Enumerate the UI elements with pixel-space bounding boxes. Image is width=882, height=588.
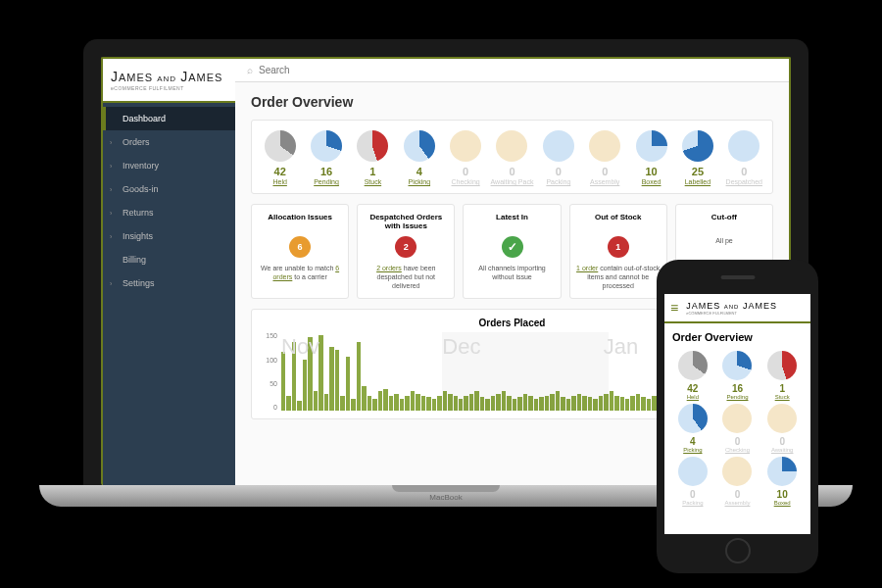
stat-value: 0 [490,166,534,177]
nav-label: Inventory [122,161,159,171]
chart-yaxis: 150100500 [260,332,279,411]
stat-label: Packing [536,178,580,185]
count-badge: 6 [289,236,311,258]
stat-label: Boxed [629,178,673,185]
stat-label: Pending [304,178,348,185]
stat-value: 0 [761,436,803,447]
pie-icon [636,130,667,162]
brand-logo[interactable]: JAMES AND JAMES eCOMMERCE FULFILMENT [103,59,235,103]
nav-item-goods-in[interactable]: ›Goods-in [103,177,235,201]
stat-value: 0 [672,489,713,500]
pie-icon [496,130,527,162]
stat-value: 0 [722,166,766,177]
stat-despatched[interactable]: 0Despatched [722,130,766,185]
nav-item-billing[interactable]: Billing [103,248,235,271]
pie-icon [404,130,435,162]
stat-label: Assembly [583,178,627,185]
check-icon [502,236,523,258]
month-label: Dec [442,332,609,411]
stat-value: 0 [717,489,759,500]
stat-value: 42 [672,383,713,394]
pie-icon [678,404,708,433]
card-allocation-issues: Allocation Issues6We are unable to match… [251,204,349,299]
nav-item-inventory[interactable]: ›Inventory [103,154,235,177]
stat-value: 0 [536,166,580,177]
mobile-stat-awaiting[interactable]: 0Awaiting [761,404,803,453]
nav-item-orders[interactable]: ›Orders [103,130,235,154]
stat-picking[interactable]: 4Picking [397,130,441,185]
card-link[interactable]: 2 orders [376,265,402,271]
stat-label: Pending [717,394,759,400]
yaxis-tick: 50 [260,380,277,387]
mobile-stat-boxed[interactable]: 10Boxed [761,457,803,506]
mobile-header: ≡ JAMES AND JAMES eCOMMERCE FULFILMENT [664,294,810,323]
search-input[interactable] [259,65,777,75]
yaxis-tick: 0 [260,404,277,411]
mobile-stat-assembly[interactable]: 0Assembly [717,457,759,506]
card-title: Cut-off [682,213,766,230]
stat-label: Despatched [722,178,766,185]
nav-item-returns[interactable]: ›Returns [103,201,235,224]
mobile-stat-held[interactable]: 42Held [672,351,713,400]
stat-awaiting-pack[interactable]: 0Awaiting Pack [490,130,534,185]
stat-checking[interactable]: 0Checking [443,130,487,185]
stat-value: 16 [304,166,348,177]
mobile-stat-stuck[interactable]: 1Stuck [761,351,803,400]
stat-assembly[interactable]: 0Assembly [583,130,627,185]
card-text: 2 orders have been despatched but not de… [364,264,448,290]
stat-boxed[interactable]: 10Boxed [629,130,673,185]
pie-icon [357,130,388,162]
chevron-right-icon: › [110,210,112,217]
overview-stats: 42Held16Pending1Stuck4Picking0Checking0A… [258,130,766,185]
card-text: We are unable to match 6 orders to a car… [258,264,342,281]
stat-label: Assembly [717,500,759,506]
pie-icon [767,404,797,433]
stat-pending[interactable]: 16Pending [304,130,348,185]
mobile-stat-packing[interactable]: 0Packing [672,457,713,506]
home-button[interactable] [725,538,751,564]
month-label: Nov [281,332,448,411]
stat-value: 16 [717,383,759,394]
stat-value: 0 [443,166,487,177]
brand-name: JAMES AND JAMES [111,69,227,84]
stat-value: 42 [258,166,302,177]
stat-held[interactable]: 42Held [258,130,302,185]
card-out-of-stock: Out of Stock11 order contain out-of-stoc… [569,204,667,299]
chevron-right-icon: › [110,163,112,170]
card-link[interactable]: 6 orders [272,265,339,280]
sidebar: JAMES AND JAMES eCOMMERCE FULFILMENT Das… [103,59,235,485]
mobile-content: Order Overview 42Held16Pending1Stuck4Pic… [664,323,810,514]
nav-item-insights[interactable]: ›Insights [103,224,235,248]
pie-icon [450,130,481,162]
laptop-label: MacBook [429,493,462,502]
stat-label: Stuck [761,394,803,400]
card-text: 1 order contain out-of-stock items and c… [576,264,661,290]
pie-icon [543,130,574,162]
card-title: Allocation Issues [258,213,342,230]
stat-packing[interactable]: 0Packing [536,130,580,185]
stat-label: Picking [397,178,441,185]
pie-icon [722,404,752,433]
pie-icon [767,351,797,380]
page-title: Order Overview [251,94,773,110]
nav-item-settings[interactable]: ›Settings [103,271,235,295]
mobile-stat-pending[interactable]: 16Pending [717,351,759,400]
pie-icon [767,457,797,486]
card-latest-in: Latest InAll channels importing without … [463,204,561,299]
stat-label: Held [672,394,713,400]
nav-list: Dashboard›Orders›Inventory›Goods-in›Retu… [103,103,235,295]
stat-value: 10 [629,166,673,177]
nav-item-dashboard[interactable]: Dashboard [103,107,235,130]
mobile-stat-picking[interactable]: 4Picking [672,404,713,453]
yaxis-tick: 100 [260,357,277,364]
pie-icon [265,130,296,162]
stat-labelled[interactable]: 25Labelled [675,130,719,185]
chevron-right-icon: › [110,139,112,146]
mobile-stat-checking[interactable]: 0Checking [717,404,759,453]
mobile-brand-name: JAMES AND JAMES [686,301,777,311]
pie-icon [311,130,342,162]
stat-stuck[interactable]: 1Stuck [351,130,395,185]
card-link[interactable]: 1 order [576,265,598,271]
menu-icon[interactable]: ≡ [670,300,678,316]
stat-label: Checking [443,178,487,185]
